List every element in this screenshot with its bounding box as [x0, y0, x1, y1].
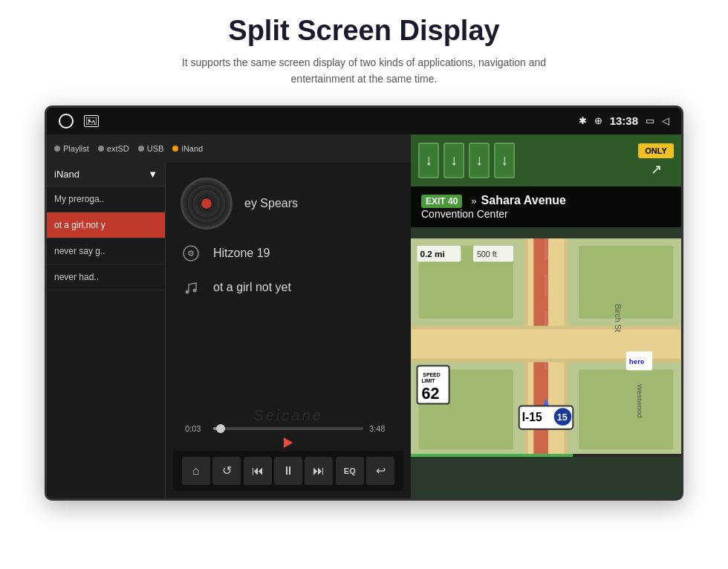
nav-instruction-line1: EXIT 40 » Sahara Avenue: [421, 194, 671, 208]
svg-rect-18: [579, 246, 673, 319]
inand-tab[interactable]: iNand: [172, 144, 203, 153]
device-frame: ✱ ⊕ 13:38 ▭ ◁ Playlist extSD: [45, 105, 683, 501]
highway-top-signs: ↓ ↓ ↓ ↓ ONLY ↗: [411, 134, 681, 186]
bluetooth-icon: ✱: [579, 115, 587, 126]
status-right-icons: ✱ ⊕ 13:38 ▭ ◁: [579, 114, 669, 127]
location-icon: ⊕: [594, 115, 602, 126]
track-title-row: ot a girl not yet: [181, 277, 291, 298]
watermark-text: Seicane: [185, 407, 391, 424]
content-area: Playlist extSD USB iNand: [47, 134, 681, 498]
svg-text:Birch St: Birch St: [614, 304, 623, 332]
album-row: Hitzone 19: [181, 243, 270, 264]
svg-point-5: [186, 290, 189, 293]
artist-name: ey Spears: [244, 197, 298, 210]
music-note-icon: [181, 277, 201, 298]
arrow-signs-group: ↓ ↓ ↓ ↓: [418, 143, 515, 178]
svg-text:500 ft: 500 ft: [477, 249, 497, 258]
nav-banner: EXIT 40 » Sahara Avenue Convention Cente…: [411, 186, 681, 227]
svg-text:SPEED: SPEED: [423, 372, 440, 377]
svg-text:here: here: [629, 357, 645, 365]
eq-button[interactable]: EQ: [336, 457, 364, 485]
time-elapsed: 0:03: [185, 424, 207, 433]
usb-tab-label: USB: [147, 144, 164, 153]
arrow-down-2: ↓: [443, 143, 464, 178]
vinyl-center: [200, 197, 213, 210]
status-left-icons: [59, 114, 99, 129]
source-tabs: Playlist extSD USB iNand: [47, 134, 411, 163]
album-name: Hitzone 19: [213, 247, 270, 260]
svg-text:15: 15: [557, 412, 568, 423]
inand-dot: [172, 146, 178, 152]
page-title: Split Screen Display: [228, 15, 499, 47]
playlist-dot: [54, 146, 60, 152]
disc-icon: [181, 243, 201, 264]
usb-tab[interactable]: USB: [138, 144, 164, 153]
progress-container: Seicane 0:03 3:48: [173, 401, 403, 451]
playlist-tab-label: Playlist: [63, 144, 89, 153]
green-progress-line: [411, 454, 681, 457]
playback-controls: ⌂ ↺ ⏮ ⏸ ⏭ EQ ↩: [173, 451, 403, 491]
nav-exit-badge: EXIT 40: [421, 195, 462, 208]
home-button[interactable]: ⌂: [182, 457, 210, 485]
status-bar: ✱ ⊕ 13:38 ▭ ◁: [47, 108, 681, 134]
inand-tab-label: iNand: [181, 144, 203, 153]
progress-bar[interactable]: [213, 427, 363, 430]
right-sign-group: ONLY ↗: [638, 143, 674, 178]
image-icon: [84, 115, 99, 127]
time-total: 3:48: [369, 424, 391, 433]
playlist-tab[interactable]: Playlist: [54, 144, 89, 153]
extsd-tab[interactable]: extSD: [98, 144, 129, 153]
player-area: iNand ▼ My preroga.. ot a girl,not y nev…: [47, 163, 411, 498]
nav-arrow-icon: »: [471, 195, 476, 207]
home-circle-icon: [59, 114, 74, 129]
arrow-down-4: ↓: [494, 143, 515, 178]
playlist-item-2[interactable]: ot a girl,not y: [47, 212, 165, 238]
svg-point-4: [190, 253, 192, 254]
svg-text:62: 62: [421, 383, 439, 402]
playlist-item-1[interactable]: My preroga..: [47, 186, 165, 212]
arrow-down-1: ↓: [418, 143, 439, 178]
usb-dot: [138, 146, 144, 152]
svg-text:I-15: I-15: [522, 411, 542, 423]
only-sign: ONLY: [638, 143, 674, 158]
track-title: ot a girl not yet: [213, 281, 291, 294]
svg-text:Westwood: Westwood: [636, 384, 644, 418]
svg-point-6: [193, 288, 197, 292]
progress-thumb: [216, 424, 225, 433]
playlist-selector[interactable]: iNand ▼: [47, 163, 165, 186]
progress-bar-row: 0:03 3:48: [185, 424, 391, 433]
playlist-selector-label: iNand: [54, 169, 79, 180]
navigation-panel: ↓ ↓ ↓ ↓ ONLY ↗ EXIT 40 » Sahara Avenue C…: [411, 134, 681, 498]
svg-rect-20: [579, 369, 673, 449]
track-info: ey Spears Hitzone 19: [173, 178, 403, 298]
extsd-tab-label: extSD: [107, 144, 129, 153]
arrow-up-right-icon: ↗: [651, 161, 662, 178]
back-nav-icon: ◁: [662, 115, 669, 126]
map-svg: Birch St Westwood 0.2 mi 500 ft here SPE: [411, 238, 681, 457]
player-main: ey Spears Hitzone 19: [166, 163, 411, 498]
nav-sub-street: Convention Center: [421, 208, 671, 220]
back-button[interactable]: ↩: [366, 457, 394, 485]
screen-icon: ▭: [646, 115, 654, 126]
prev-button[interactable]: ⏮: [244, 457, 272, 485]
arrow-down-3: ↓: [469, 143, 490, 178]
next-button[interactable]: ⏭: [305, 457, 333, 485]
svg-text:0.2 mi: 0.2 mi: [420, 248, 444, 258]
artist-row: ey Spears: [181, 178, 298, 230]
extsd-dot: [98, 146, 104, 152]
svg-text:LIMIT: LIMIT: [421, 378, 435, 383]
vinyl-disc: [181, 178, 233, 230]
play-triangle-icon: [284, 438, 293, 448]
green-progress-fill: [411, 454, 573, 457]
nav-street: Sahara Avenue: [481, 194, 566, 207]
map-area: Birch St Westwood 0.2 mi 500 ft here SPE: [411, 238, 681, 457]
playlist-item-3[interactable]: never say g..: [47, 238, 165, 264]
music-player-panel: Playlist extSD USB iNand: [47, 134, 411, 498]
playlist-sidebar: iNand ▼ My preroga.. ot a girl,not y nev…: [47, 163, 166, 498]
play-indicator-row: [185, 438, 391, 448]
chevron-down-icon: ▼: [148, 169, 157, 180]
playlist-item-4[interactable]: never had..: [47, 264, 165, 290]
pause-button[interactable]: ⏸: [274, 457, 302, 485]
repeat-button[interactable]: ↺: [212, 457, 241, 485]
page-subtitle: It supports the same screen display of t…: [171, 54, 557, 88]
